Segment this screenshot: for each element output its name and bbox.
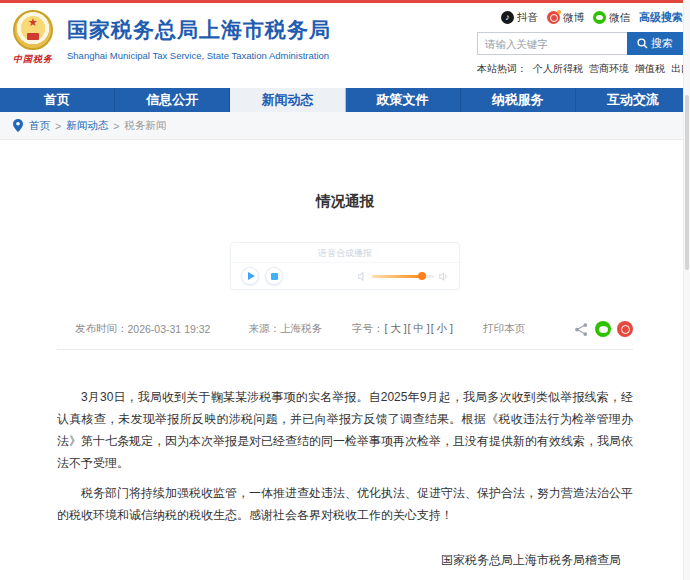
source-label: 来源： (248, 322, 280, 336)
article-paragraph: 3月30日，我局收到关于鞠某某涉税事项的实名举报。自2025年9月起，我局多次收… (57, 386, 633, 474)
hot-word-link[interactable]: 营商环境 (589, 62, 629, 76)
site-header: 中国税务 国家税务总局上海市税务局 Shanghai Municipal Tax… (0, 3, 690, 88)
location-pin-icon (13, 119, 23, 132)
article-meta: 发布时间： 2026-03-31 19:32 来源： 上海税务 字号： [ 大 … (57, 321, 633, 337)
article-title: 情况通报 (57, 192, 633, 211)
font-size-large-button[interactable]: [ 大 ] (384, 322, 406, 336)
nav-tab-policy[interactable]: 政策文件 (346, 88, 461, 112)
wechat-link[interactable]: 微信 (593, 11, 630, 25)
breadcrumb-separator: > (113, 120, 119, 132)
page: 中国税务 国家税务总局上海市税务局 Shanghai Municipal Tax… (0, 0, 690, 580)
social-row: 抖音 微博 微信 高级搜索 (477, 10, 683, 25)
douyin-label: 抖音 (517, 11, 538, 25)
search-bar: 搜索 (477, 32, 683, 55)
scrollbar-track[interactable] (683, 0, 690, 580)
site-logo-home-link[interactable]: 中国税务 国家税务总局上海市税务局 Shanghai Municipal Tax… (10, 8, 331, 66)
douyin-link[interactable]: 抖音 (501, 11, 538, 25)
play-icon (248, 272, 255, 280)
emblem-block: 中国税务 (10, 8, 56, 66)
stop-icon (271, 273, 278, 280)
print-page-button[interactable]: 打印本页 (483, 322, 525, 336)
article-paragraph: 税务部门将持续加强税收监管，一体推进查处违法、优化执法、促进守法、保护合法，努力… (57, 482, 633, 526)
hot-word-link[interactable]: 增值税 (635, 62, 665, 76)
wechat-share-icon[interactable] (595, 321, 611, 337)
volume-control (358, 272, 449, 281)
weibo-link[interactable]: 微博 (547, 11, 584, 25)
meta-divider (57, 349, 633, 350)
search-button-label: 搜索 (651, 36, 673, 51)
nav-tab-news[interactable]: 新闻动态 (230, 88, 345, 112)
nav-tab-home[interactable]: 首页 (0, 88, 115, 112)
search-input[interactable] (477, 32, 627, 55)
main-nav: 首页 信息公开 新闻动态 政策文件 纳税服务 互动交流 (0, 88, 690, 112)
volume-low-icon (358, 272, 367, 281)
article-signature: 国家税务总局上海市税务局稽查局 (57, 552, 633, 569)
volume-slider-fill (372, 275, 422, 278)
publish-time-value: 2026-03-31 19:32 (128, 323, 211, 335)
weibo-icon (547, 11, 560, 24)
nav-tab-interaction[interactable]: 互动交流 (576, 88, 690, 112)
breadcrumb: 首页 > 新闻动态 > 税务新闻 (0, 112, 690, 140)
share-group (574, 321, 633, 337)
search-button[interactable]: 搜索 (627, 32, 683, 55)
nav-tab-tax-service[interactable]: 纳税服务 (461, 88, 576, 112)
site-titles: 国家税务总局上海市税务局 Shanghai Municipal Tax Serv… (67, 16, 331, 61)
national-emblem-icon (13, 10, 53, 50)
site-subtitle: Shanghai Municipal Tax Service, State Ta… (67, 50, 331, 61)
breadcrumb-separator: > (55, 120, 61, 132)
search-icon (637, 38, 648, 49)
scrollbar-thumb[interactable] (685, 95, 689, 270)
audio-player-caption: 语音合成播报 (231, 243, 459, 263)
volume-slider-thumb[interactable] (418, 272, 426, 280)
wechat-icon (593, 11, 606, 24)
article: 情况通报 语音合成播报 (0, 192, 690, 580)
weibo-share-icon[interactable] (617, 321, 633, 337)
publish-time-label: 发布时间： (75, 322, 128, 336)
advanced-search-link[interactable]: 高级搜索 (639, 10, 683, 25)
nav-tab-info-disclosure[interactable]: 信息公开 (115, 88, 230, 112)
hot-word-link[interactable]: 个人所得税 (533, 62, 583, 76)
audio-player: 语音合成播报 (230, 242, 460, 290)
breadcrumb-current: 税务新闻 (124, 119, 166, 133)
hot-words-label: 本站热词： (477, 62, 527, 76)
play-button[interactable] (241, 267, 259, 285)
font-size-medium-button[interactable]: [ 中 ] (408, 322, 430, 336)
share-icon[interactable] (574, 322, 589, 337)
source-value: 上海税务 (280, 322, 322, 336)
breadcrumb-home[interactable]: 首页 (29, 119, 50, 133)
header-right: 抖音 微博 微信 高级搜索 (477, 10, 683, 76)
stop-button[interactable] (265, 267, 283, 285)
volume-slider-track[interactable] (372, 275, 434, 278)
breadcrumb-news[interactable]: 新闻动态 (66, 119, 108, 133)
audio-player-controls (231, 263, 459, 289)
logo-caption: 中国税务 (10, 53, 56, 66)
hot-words-row: 本站热词： 个人所得税 营商环境 增值税 出口退税 (477, 62, 683, 76)
wechat-label: 微信 (609, 11, 630, 25)
douyin-icon (501, 11, 514, 24)
site-title: 国家税务总局上海市税务局 (67, 16, 331, 44)
volume-high-icon (439, 272, 449, 281)
font-size-small-button[interactable]: [ 小 ] (431, 322, 453, 336)
weibo-label: 微博 (563, 11, 584, 25)
font-size-label: 字号： (352, 322, 384, 336)
